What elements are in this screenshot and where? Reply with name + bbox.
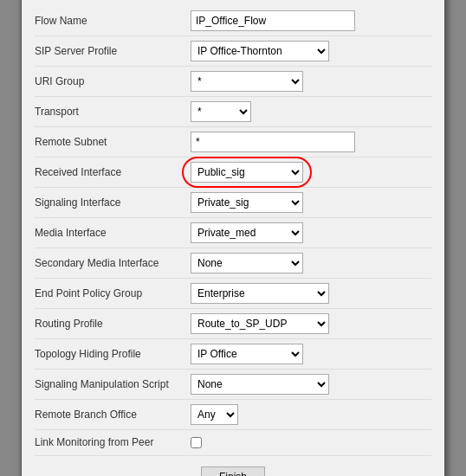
received-interface-select[interactable]: Public_sig xyxy=(191,162,303,183)
remote-subnet-control xyxy=(191,132,431,152)
topology-hiding-profile-row: Topology Hiding Profile IP Office xyxy=(35,339,431,370)
flow-name-control xyxy=(191,10,431,31)
finish-button[interactable]: Finish xyxy=(201,466,265,477)
remote-branch-office-row: Remote Branch Office Any xyxy=(35,400,431,430)
remote-branch-office-label: Remote Branch Office xyxy=(35,408,191,421)
signaling-interface-select[interactable]: Private_sig xyxy=(191,192,303,213)
received-interface-label: Received Interface xyxy=(35,166,191,178)
remote-subnet-label: Remote Subnet xyxy=(35,136,191,148)
transport-label: Transport xyxy=(35,106,191,118)
edit-flow-dialog: Edit Flow: IP_Office_Flow X Flow Name SI… xyxy=(21,0,445,476)
signaling-manipulation-script-row: Signaling Manipulation Script None xyxy=(35,370,431,400)
form-body: Flow Name SIP Server Profile IP Office-T… xyxy=(22,0,444,476)
flow-name-input[interactable] xyxy=(191,10,355,31)
uri-group-select[interactable]: * xyxy=(191,71,303,92)
link-monitoring-control xyxy=(191,437,431,448)
end-point-policy-group-row: End Point Policy Group Enterprise xyxy=(35,279,431,309)
uri-group-label: URI Group xyxy=(35,75,191,87)
transport-select[interactable]: * xyxy=(191,101,251,122)
routing-profile-select[interactable]: Route_to_SP_UDP xyxy=(191,313,329,334)
finish-row: Finish xyxy=(35,456,431,477)
media-interface-control: Private_med xyxy=(191,222,431,243)
signaling-interface-row: Signaling Interface Private_sig xyxy=(35,188,431,218)
remote-subnet-input[interactable] xyxy=(191,132,355,152)
sip-server-profile-select[interactable]: IP Office-Thornton xyxy=(191,41,329,61)
sip-server-profile-row: SIP Server Profile IP Office-Thornton xyxy=(35,36,431,67)
routing-profile-row: Routing Profile Route_to_SP_UDP xyxy=(35,309,431,339)
secondary-media-interface-row: Secondary Media Interface None xyxy=(35,248,431,279)
signaling-manipulation-script-select[interactable]: None xyxy=(191,374,329,395)
sip-server-profile-label: SIP Server Profile xyxy=(35,45,191,57)
end-point-policy-group-label: End Point Policy Group xyxy=(35,287,191,299)
routing-profile-control: Route_to_SP_UDP xyxy=(191,313,431,334)
secondary-media-interface-control: None xyxy=(191,253,431,273)
signaling-manipulation-script-control: None xyxy=(191,374,431,395)
media-interface-label: Media Interface xyxy=(35,227,191,239)
routing-profile-label: Routing Profile xyxy=(35,318,191,330)
received-interface-highlight: Public_sig xyxy=(191,162,303,183)
media-interface-select[interactable]: Private_med xyxy=(191,222,303,243)
topology-hiding-profile-label: Topology Hiding Profile xyxy=(35,348,191,360)
uri-group-row: URI Group * xyxy=(35,67,431,97)
secondary-media-interface-select[interactable]: None xyxy=(191,253,303,273)
secondary-media-interface-label: Secondary Media Interface xyxy=(35,257,191,269)
flow-name-row: Flow Name xyxy=(35,6,431,36)
signaling-interface-label: Signaling Interface xyxy=(35,196,191,209)
transport-row: Transport * xyxy=(35,97,431,127)
received-interface-control: Public_sig xyxy=(191,162,431,183)
remote-branch-office-select[interactable]: Any xyxy=(191,404,238,425)
remote-branch-office-control: Any xyxy=(191,404,431,425)
link-monitoring-checkbox[interactable] xyxy=(191,437,202,448)
end-point-policy-group-select[interactable]: Enterprise xyxy=(191,283,329,304)
signaling-manipulation-script-label: Signaling Manipulation Script xyxy=(35,378,191,390)
link-monitoring-label: Link Monitoring from Peer xyxy=(35,436,191,448)
uri-group-control: * xyxy=(191,71,431,92)
sip-server-profile-control: IP Office-Thornton xyxy=(191,41,431,61)
remote-subnet-row: Remote Subnet xyxy=(35,127,431,158)
end-point-policy-group-control: Enterprise xyxy=(191,283,431,304)
link-monitoring-row: Link Monitoring from Peer xyxy=(35,430,431,456)
flow-name-label: Flow Name xyxy=(35,15,191,27)
transport-control: * xyxy=(191,101,431,122)
media-interface-row: Media Interface Private_med xyxy=(35,218,431,248)
signaling-interface-control: Private_sig xyxy=(191,192,431,213)
received-interface-row: Received Interface Public_sig xyxy=(35,158,431,188)
topology-hiding-profile-control: IP Office xyxy=(191,344,431,364)
topology-hiding-profile-select[interactable]: IP Office xyxy=(191,344,303,364)
